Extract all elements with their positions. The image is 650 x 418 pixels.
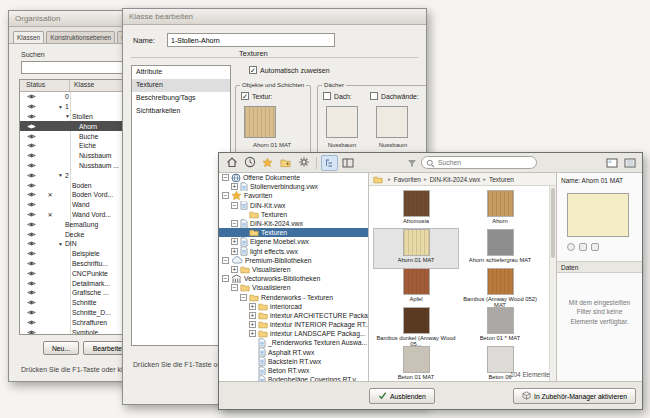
- list-view-button[interactable]: [621, 155, 638, 171]
- collapse-icon[interactable]: −: [222, 192, 229, 199]
- eye-icon[interactable]: [20, 280, 42, 287]
- tree-item-eigene-moebel-vwx[interactable]: +Eigene Moebel.vwx: [219, 237, 368, 246]
- expand-icon[interactable]: +: [249, 303, 256, 310]
- expand-icon[interactable]: ▼: [65, 113, 70, 119]
- texture-thumb-ahorn-01-mat[interactable]: Ahorn 01 MAT: [374, 229, 458, 268]
- texture-thumb-afromosia[interactable]: Afromosia: [374, 190, 458, 229]
- tree-item-beton-rt-vwx[interactable]: Beton RT.vwx: [219, 366, 368, 375]
- new-folder-button[interactable]: [277, 155, 294, 171]
- checkbox-icon[interactable]: [370, 92, 378, 100]
- texture-thumb-bambus-dunkel-amway-wood-05[interactable]: Bambus dunkel (Amway Wood 05...: [374, 307, 458, 346]
- new-class-button[interactable]: Neu...: [43, 341, 79, 355]
- texture-thumb-beton-01-mat[interactable]: Beton 01 * MAT: [458, 307, 542, 346]
- eye-icon[interactable]: [20, 142, 42, 149]
- eye-icon[interactable]: [20, 270, 42, 277]
- sphere-preview-icon[interactable]: [567, 243, 575, 251]
- collapse-icon[interactable]: −: [222, 275, 229, 282]
- collapse-icon[interactable]: −: [222, 257, 229, 264]
- breadcrumb-favoriten[interactable]: Favoriten: [394, 176, 421, 183]
- roof-texture-swatch[interactable]: [326, 106, 358, 138]
- eye-icon[interactable]: [20, 162, 42, 169]
- tree-item-offene-dokumente[interactable]: −Offene Dokumente: [219, 173, 368, 182]
- breadcrumb-texturen[interactable]: Texturen: [489, 176, 514, 183]
- home-button[interactable]: [223, 155, 240, 171]
- texture-thumb-apfel[interactable]: Apfel: [374, 268, 458, 307]
- tree-item-light-effects-vwx[interactable]: +light effects.vwx: [219, 247, 368, 256]
- tree-item-renderworks-texturen-auswa[interactable]: _Renderworks Texturen Auswa...: [219, 338, 368, 347]
- tree-item-premium-bibliotheken[interactable]: −Premium-Bibliotheken: [219, 256, 368, 265]
- eye-icon[interactable]: [20, 172, 42, 179]
- eye-icon[interactable]: [20, 299, 42, 306]
- expand-icon[interactable]: ▼: [58, 104, 63, 110]
- tree-item-renderworks-texturen[interactable]: −Renderworks - Texturen: [219, 292, 368, 301]
- tree-item-din-kit-vwx[interactable]: −DIN-Kit.vwx: [219, 201, 368, 210]
- tree-item-visualisieren[interactable]: −Visualisieren: [219, 283, 368, 292]
- collapse-icon[interactable]: −: [222, 174, 229, 181]
- eye-icon[interactable]: [20, 240, 42, 247]
- eye-icon[interactable]: [20, 103, 42, 110]
- plane-preview-icon[interactable]: [579, 243, 587, 251]
- eye-icon[interactable]: [20, 211, 42, 218]
- texture-checkbox[interactable]: ✓ Textur:: [241, 92, 272, 100]
- scrollbar-thumb[interactable]: [551, 188, 555, 258]
- collapse-icon[interactable]: −: [231, 202, 238, 209]
- tree-item-interiorcad[interactable]: +interiorcad: [219, 302, 368, 311]
- eye-icon[interactable]: [20, 231, 42, 238]
- tab-klassen[interactable]: Klassen: [13, 31, 44, 43]
- expand-icon[interactable]: +: [249, 330, 256, 337]
- roofwall-texture-swatch[interactable]: [376, 106, 408, 138]
- column-status[interactable]: Status: [20, 80, 70, 91]
- roofwall-checkbox[interactable]: Dachwände:: [370, 92, 419, 100]
- section-item-attribute[interactable]: Attribute: [132, 66, 230, 79]
- eye-icon[interactable]: [20, 113, 42, 120]
- tree-item-backstein-rt-vwx[interactable]: Backstein RT.vwx: [219, 357, 368, 366]
- roof-checkbox[interactable]: Dach:: [323, 92, 352, 100]
- checkbox-icon[interactable]: ✓: [249, 66, 257, 74]
- expand-icon[interactable]: ▼: [58, 241, 63, 247]
- eye-icon[interactable]: [20, 250, 42, 257]
- texture-swatch[interactable]: [244, 106, 276, 138]
- tree-item-vectorworks-bibliotheken[interactable]: −Vectorworks-Bibliotheken: [219, 274, 368, 283]
- eye-icon[interactable]: [20, 133, 42, 140]
- eye-icon[interactable]: [20, 319, 42, 326]
- eye-icon[interactable]: [20, 329, 42, 335]
- tree-item-favoriten[interactable]: −Favoriten: [219, 191, 368, 200]
- favorites-button[interactable]: [259, 155, 276, 171]
- checkbox-icon[interactable]: [323, 92, 331, 100]
- search-input[interactable]: [438, 159, 530, 166]
- tree-item-asphalt-rt-vwx[interactable]: Asphalt RT.vwx: [219, 348, 368, 357]
- split-view-toggle[interactable]: [339, 155, 356, 171]
- tree-item-intextur-landscape-packag[interactable]: +intextur LANDSCAPE Packag...: [219, 329, 368, 338]
- tree-item-texturen[interactable]: Texturen: [219, 210, 368, 219]
- collapse-icon[interactable]: −: [231, 220, 238, 227]
- grid-scrollbar[interactable]: [549, 186, 556, 381]
- texture-thumb-bambus-amway-wood-052-mat[interactable]: Bambus (Amway Wood 052) MAT: [458, 268, 542, 307]
- expand-icon[interactable]: +: [231, 266, 238, 273]
- breadcrumb-din-kit-2024-vwx[interactable]: DIN-Kit-2024.vwx: [430, 176, 481, 183]
- filter-button[interactable]: [403, 155, 420, 171]
- eye-icon[interactable]: [20, 93, 42, 100]
- expand-icon[interactable]: +: [231, 238, 238, 245]
- checkbox-icon[interactable]: ✓: [241, 92, 249, 100]
- section-item-beschreibung-tags[interactable]: Beschreibung/Tags: [132, 92, 230, 105]
- collapse-icon[interactable]: −: [231, 284, 238, 291]
- section-item-sichtbarkeiten[interactable]: Sichtbarkeiten: [132, 105, 230, 118]
- expand-icon[interactable]: ▼: [58, 172, 63, 178]
- section-item-texturen[interactable]: Texturen: [132, 79, 230, 92]
- eye-icon[interactable]: [20, 289, 42, 296]
- cube-preview-icon[interactable]: [591, 243, 599, 251]
- tree-item-visualisieren[interactable]: +Visualisieren: [219, 265, 368, 274]
- eye-icon[interactable]: [20, 191, 42, 198]
- settings-button[interactable]: [295, 155, 312, 171]
- resource-search-field[interactable]: [421, 156, 537, 169]
- tree-item-stollenverbindung-vwx[interactable]: +Stollenverbindung.vwx: [219, 182, 368, 191]
- activate-in-manager-button[interactable]: In Zubehör-Manager aktivieren: [513, 388, 636, 404]
- eye-icon[interactable]: [20, 309, 42, 316]
- eye-icon[interactable]: [20, 221, 42, 228]
- expand-icon[interactable]: +: [249, 321, 256, 328]
- recent-button[interactable]: [241, 155, 258, 171]
- grid-view-button[interactable]: [603, 155, 620, 171]
- texture-thumb-ahorn-schiefergrau-mat[interactable]: Ahorn schiefergrau MAT: [458, 229, 542, 268]
- eye-icon[interactable]: [20, 182, 42, 189]
- tree-item-texturen[interactable]: Texturen: [219, 228, 368, 237]
